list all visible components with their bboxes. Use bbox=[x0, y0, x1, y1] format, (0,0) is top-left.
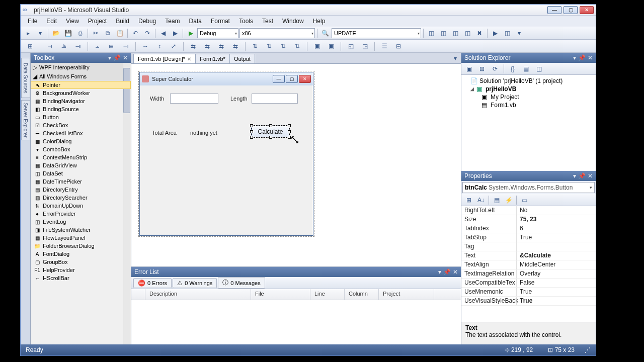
toolbox-item[interactable]: ☰CheckedListBox bbox=[31, 129, 131, 137]
align-center-icon[interactable]: ⫡ bbox=[58, 41, 69, 51]
save-icon[interactable]: 💾 bbox=[62, 28, 73, 38]
toolbox-item[interactable]: ◧BindingSource bbox=[31, 105, 131, 113]
toolbox-item[interactable]: ▢GroupBox bbox=[31, 258, 131, 266]
toolbox-item[interactable]: ☑CheckBox bbox=[31, 121, 131, 129]
props-pages-icon[interactable]: ▭ bbox=[519, 195, 530, 205]
property-row[interactable]: Text&Calculate bbox=[461, 251, 596, 260]
project-node[interactable]: ◢▣ prjHelloVB bbox=[463, 85, 594, 93]
props-alpha-icon[interactable]: A↓ bbox=[475, 195, 487, 205]
length-textbox[interactable] bbox=[252, 94, 298, 104]
solexp-viewdesigner-icon[interactable]: ▤ bbox=[520, 64, 531, 74]
toolbox-item[interactable]: ⬉Pointer bbox=[31, 81, 131, 89]
menu-help[interactable]: Help bbox=[309, 17, 330, 26]
property-row[interactable]: Tag bbox=[461, 242, 596, 251]
toolbox-item[interactable]: ◫DataSet bbox=[31, 169, 131, 177]
tb-icon-4[interactable]: ◫ bbox=[462, 28, 473, 38]
new-project-icon[interactable]: ▸ bbox=[23, 28, 34, 38]
maximize-button[interactable]: ▢ bbox=[564, 6, 578, 14]
solexp-properties-icon[interactable]: ▣ bbox=[463, 64, 474, 74]
undo-icon[interactable]: ↶ bbox=[130, 28, 141, 38]
error-column-header[interactable]: Line bbox=[310, 289, 345, 300]
toolbox-group[interactable]: ▷ WPF Interoperability bbox=[31, 63, 131, 72]
vspacing-rem-icon[interactable]: ⇅ bbox=[292, 41, 303, 51]
same-size-icon[interactable]: ⤢ bbox=[168, 41, 179, 51]
add-item-icon[interactable]: ▾ bbox=[35, 28, 46, 38]
hspacing-rem-icon[interactable]: ⇆ bbox=[230, 41, 241, 51]
property-row[interactable]: TextAlignMiddleCenter bbox=[461, 260, 596, 269]
error-column-header[interactable]: Project bbox=[379, 289, 434, 300]
tb-icon-1[interactable]: ◫ bbox=[426, 28, 437, 38]
form1-node[interactable]: ▤Form1.vb bbox=[463, 101, 594, 109]
solution-root[interactable]: 📄 Solution 'prjHelloVB' (1 project) bbox=[463, 77, 594, 85]
width-textbox[interactable] bbox=[170, 94, 218, 104]
form-maximize-button[interactable]: ▢ bbox=[286, 75, 298, 83]
error-column-header[interactable] bbox=[131, 289, 145, 300]
center-v-icon[interactable]: ▣ bbox=[326, 41, 337, 51]
center-h-icon[interactable]: ▣ bbox=[311, 41, 323, 51]
error-column-header[interactable]: File bbox=[251, 289, 310, 300]
open-icon[interactable]: 📂 bbox=[50, 28, 61, 38]
props-dropdown-icon[interactable]: ▾ bbox=[573, 172, 576, 179]
form-designer-surface[interactable]: Super Calculator — ▢ ✕ Width Length bbox=[131, 64, 461, 266]
tb-icon-7[interactable]: ◫ bbox=[502, 28, 513, 38]
error-filter-tab[interactable]: ⚠0 Warnings bbox=[173, 278, 217, 288]
my-project-node[interactable]: ▣My Project bbox=[463, 93, 594, 101]
props-close-icon[interactable]: ✕ bbox=[588, 172, 593, 179]
paste-icon[interactable]: 📋 bbox=[114, 28, 125, 38]
toolbox-dropdown-icon[interactable]: ▾ bbox=[108, 54, 111, 61]
properties-object-combo[interactable]: btnCalc System.Windows.Forms.Button bbox=[462, 182, 595, 193]
menu-test[interactable]: Test bbox=[258, 17, 277, 26]
toolbox-item[interactable]: ▤DirectoryEntry bbox=[31, 186, 131, 194]
redo-icon[interactable]: ↷ bbox=[142, 28, 153, 38]
solution-tree[interactable]: 📄 Solution 'prjHelloVB' (1 project) ◢▣ p… bbox=[461, 75, 596, 171]
hspacing-dec-icon[interactable]: ⇆ bbox=[216, 41, 227, 51]
toolbox-item[interactable]: ≡ContextMenuStrip bbox=[31, 153, 131, 161]
toolbox-item[interactable]: ▥DirectorySearcher bbox=[31, 194, 131, 202]
error-column-header[interactable]: Description bbox=[145, 289, 251, 300]
menu-file[interactable]: File bbox=[24, 17, 41, 26]
tb-icon-6[interactable]: ▶ bbox=[490, 28, 501, 38]
toolbox-pin-icon[interactable]: 📌 bbox=[113, 54, 121, 61]
find-icon[interactable]: 🔍 bbox=[319, 28, 331, 38]
calculate-button[interactable]: Calculate bbox=[252, 126, 289, 137]
props-props-icon[interactable]: ▤ bbox=[491, 195, 502, 205]
property-row[interactable]: UseCompatibleTexFalse bbox=[461, 279, 596, 288]
toolbox-item[interactable]: ⚙BackgroundWorker bbox=[31, 89, 131, 97]
menu-window[interactable]: Window bbox=[278, 17, 308, 26]
vspacing-inc-icon[interactable]: ⇅ bbox=[264, 41, 275, 51]
property-row[interactable]: TabIndex6 bbox=[461, 224, 596, 233]
toolbox-item[interactable]: ▦DataGridView bbox=[31, 161, 131, 169]
property-row[interactable]: TabStopTrue bbox=[461, 233, 596, 242]
align-mid-icon[interactable]: ⫢ bbox=[106, 41, 117, 51]
errorlist-pin-icon[interactable]: 📌 bbox=[443, 268, 451, 276]
toolbox-item[interactable]: ↔HScrollBar bbox=[31, 274, 131, 282]
nav-back-icon[interactable]: ◀ bbox=[157, 28, 169, 38]
nav-fwd-icon[interactable]: ▶ bbox=[170, 28, 181, 38]
menu-debug[interactable]: Debug bbox=[134, 17, 160, 26]
save-all-icon[interactable]: ⎙ bbox=[74, 28, 86, 38]
menu-view[interactable]: View bbox=[62, 17, 83, 26]
solexp-showall-icon[interactable]: ⊞ bbox=[476, 64, 488, 74]
toolbox-item[interactable]: ▾ComboBox bbox=[31, 145, 131, 153]
error-list-grid[interactable]: DescriptionFileLineColumnProject bbox=[131, 289, 461, 344]
align-right-icon[interactable]: ⫣ bbox=[72, 41, 84, 51]
property-row[interactable]: Size75, 23 bbox=[461, 215, 596, 224]
send-back-icon[interactable]: ◲ bbox=[359, 41, 370, 51]
toolbox-group[interactable]: ◢ All Windows Forms bbox=[31, 72, 131, 81]
toolbox-close-icon[interactable]: ✕ bbox=[123, 54, 128, 61]
hspacing-icon[interactable]: ⇆ bbox=[188, 41, 199, 51]
menu-build[interactable]: Build bbox=[112, 17, 133, 26]
start-icon[interactable]: ▶ bbox=[185, 28, 196, 38]
vspacing-icon[interactable]: ⇅ bbox=[250, 41, 261, 51]
toolbox-item[interactable]: F1HelpProvider bbox=[31, 266, 131, 274]
toolbox-item[interactable]: ▭Button bbox=[31, 113, 131, 121]
props-categorized-icon[interactable]: ⊞ bbox=[463, 195, 474, 205]
align-bot-icon[interactable]: ⫥ bbox=[120, 41, 131, 51]
property-row[interactable]: RightToLeftNo bbox=[461, 206, 596, 215]
close-button[interactable]: ✕ bbox=[580, 6, 594, 14]
lock-icon[interactable]: ⊟ bbox=[393, 41, 404, 51]
property-row[interactable]: UseMnemonicTrue bbox=[461, 288, 596, 297]
tb-icon-3[interactable]: ◫ bbox=[450, 28, 461, 38]
minimize-button[interactable]: — bbox=[547, 6, 561, 14]
align-top-icon[interactable]: ⫠ bbox=[92, 41, 103, 51]
